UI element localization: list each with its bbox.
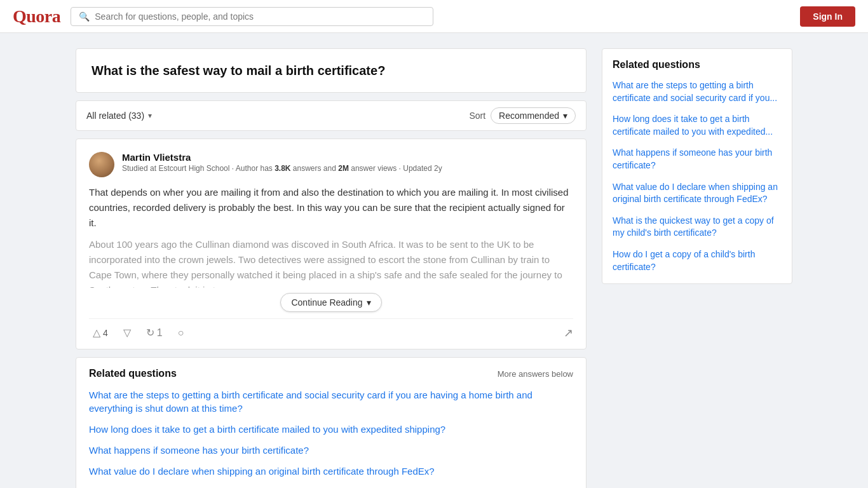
related-inline-title: Related questions (89, 368, 177, 379)
author-row: Martin Vlietstra Studied at Estcourt Hig… (89, 152, 573, 177)
related-question-1[interactable]: What are the steps to getting a birth ce… (89, 388, 573, 415)
share-icon: ↗ (564, 327, 573, 339)
right-sidebar: Related questions What are the steps to … (602, 48, 792, 488)
header: Quora 🔍 Sign In (0, 0, 868, 33)
sign-in-button[interactable]: Sign In (800, 6, 855, 27)
vote-row: △ 4 ▽ ↻ 1 ○ ↗ (89, 318, 573, 341)
upvote-button[interactable]: △ 4 (89, 324, 112, 341)
related-question-3[interactable]: What happens if someone has your birth c… (89, 444, 573, 457)
sidebar-question-6[interactable]: How do I get a copy of a child's birth c… (613, 248, 782, 273)
search-icon: 🔍 (79, 11, 90, 22)
avatar (89, 152, 114, 177)
comment-button[interactable]: ○ (174, 325, 188, 341)
reshare-button[interactable]: ↻ 1 (142, 324, 166, 341)
main-layout: What is the safest way to mail a birth c… (65, 33, 803, 488)
sort-area: Sort Recommended ▾ (469, 107, 576, 124)
sidebar-card: Related questions What are the steps to … (602, 48, 792, 284)
related-inline-header: Related questions More answers below (89, 368, 573, 379)
related-inline-card: Related questions More answers below Wha… (76, 357, 587, 488)
continue-reading-overlay: Continue Reading ▾ (89, 293, 573, 312)
all-related-filter[interactable]: All related (33) ▾ (86, 111, 152, 121)
chevron-down-icon: ▾ (148, 111, 152, 120)
related-question-4[interactable]: What value do I declare when shipping an… (89, 464, 573, 478)
search-input[interactable] (95, 11, 425, 22)
sidebar-question-4[interactable]: What value do I declare when shipping an… (613, 181, 782, 206)
comment-icon: ○ (178, 327, 184, 339)
left-content: What is the safest way to mail a birth c… (76, 48, 587, 488)
upvote-count: 4 (103, 328, 108, 338)
answer-fade: About 100 years ago the Cullinan diamond… (89, 237, 573, 312)
sort-chevron-icon: ▾ (563, 111, 567, 121)
sort-label: Sort (469, 111, 485, 121)
related-question-5[interactable]: What is the quickest way to get a copy o… (89, 485, 573, 488)
question-title: What is the safest way to mail a birth c… (92, 62, 571, 79)
downvote-button[interactable]: ▽ (119, 324, 135, 341)
reshare-icon: ↻ (146, 327, 154, 339)
sidebar-questions-list: What are the steps to getting a birth ce… (613, 79, 782, 273)
sort-value: Recommended (499, 111, 559, 121)
quora-logo[interactable]: Quora (13, 6, 60, 27)
sidebar-question-5[interactable]: What is the quickest way to get a copy o… (613, 215, 782, 240)
answer-card: Martin Vlietstra Studied at Estcourt Hig… (76, 139, 587, 349)
author-name[interactable]: Martin Vlietstra (122, 152, 573, 163)
sort-dropdown[interactable]: Recommended ▾ (491, 107, 576, 124)
author-meta: Studied at Estcourt High School · Author… (122, 163, 573, 174)
answer-text-1: That depends on wher you are mailing it … (89, 185, 573, 231)
all-related-label: All related (33) (86, 111, 144, 121)
sidebar-question-2[interactable]: How long does it take to get a birth cer… (613, 113, 782, 138)
sidebar-question-1[interactable]: What are the steps to getting a birth ce… (613, 79, 782, 104)
answer-text-2: About 100 years ago the Cullinan diamond… (89, 237, 573, 288)
upvote-icon: △ (93, 327, 100, 339)
avatar-image (89, 152, 114, 177)
continue-reading-button[interactable]: Continue Reading ▾ (280, 293, 381, 312)
related-question-2[interactable]: How long does it take to get a birth cer… (89, 423, 573, 436)
sidebar-title: Related questions (613, 59, 782, 71)
author-info: Martin Vlietstra Studied at Estcourt Hig… (122, 152, 573, 174)
filters-bar: All related (33) ▾ Sort Recommended ▾ (76, 100, 587, 131)
continue-reading-label: Continue Reading (291, 297, 362, 308)
related-questions-list: What are the steps to getting a birth ce… (89, 388, 573, 488)
sidebar-question-3[interactable]: What happens if someone has your birth c… (613, 147, 782, 172)
search-bar: 🔍 (71, 7, 433, 26)
chevron-down-icon: ▾ (367, 297, 371, 308)
more-answers-below: More answers below (498, 369, 573, 379)
share-button[interactable]: ↗ (564, 326, 573, 340)
question-card: What is the safest way to mail a birth c… (76, 48, 587, 93)
reshare-count: 1 (157, 327, 163, 339)
downvote-icon: ▽ (123, 327, 131, 339)
